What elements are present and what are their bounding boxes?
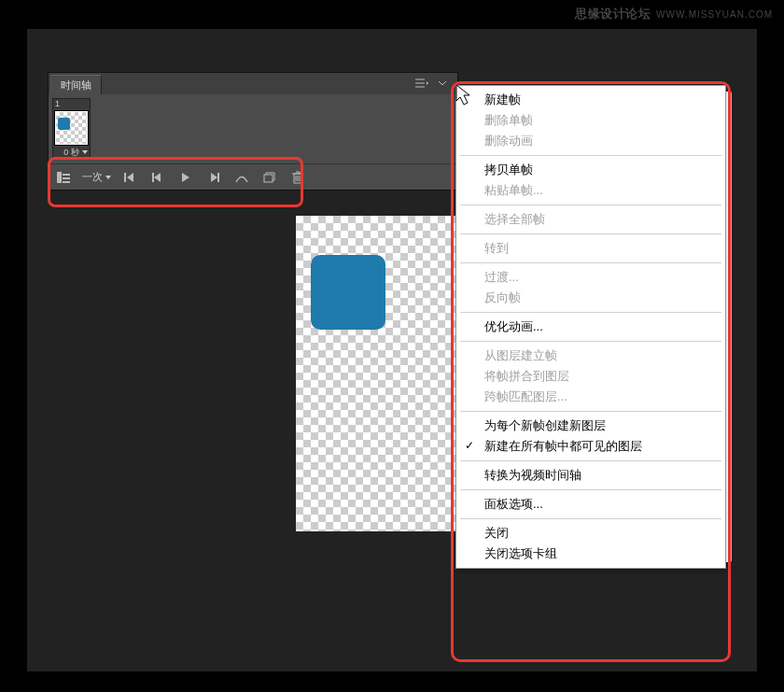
svg-rect-3: [63, 181, 70, 183]
frame-delay[interactable]: 0 秒: [53, 147, 90, 159]
menu-separator: [460, 460, 721, 461]
menu-item[interactable]: 拷贝单帧: [456, 160, 725, 180]
menu-separator: [460, 155, 721, 156]
caret-icon: [105, 176, 111, 179]
menu-item: 转到: [456, 238, 725, 259]
prev-frame-icon[interactable]: [148, 168, 167, 187]
first-frame-icon[interactable]: [120, 168, 139, 187]
panel-flyout-menu: 新建帧删除单帧删除动画拷贝单帧粘贴单帧...选择全部帧转到过渡...反向帧优化动…: [455, 85, 726, 569]
next-frame-icon[interactable]: [204, 168, 223, 187]
menu-item: 反向帧: [456, 288, 725, 308]
menu-separator: [460, 489, 721, 490]
panel-collapse-icon[interactable]: [437, 76, 450, 89]
menu-separator: [460, 233, 721, 234]
menu-item[interactable]: 为每个新帧创建新图层: [456, 416, 725, 436]
tween-icon[interactable]: [232, 168, 251, 187]
menu-item: 选择全部帧: [456, 209, 725, 230]
thumb-shape: [58, 118, 70, 130]
timeline-panel: 时间轴 1 0 秒 一次: [48, 72, 458, 191]
svg-rect-2: [63, 177, 70, 179]
loop-selector[interactable]: 一次: [82, 170, 111, 184]
menu-separator: [460, 411, 721, 412]
menu-item[interactable]: 优化动画...: [456, 317, 725, 337]
menu-item[interactable]: 关闭选项卡组: [456, 544, 725, 564]
menu-item[interactable]: 新建在所有帧中都可见的图层✓: [456, 436, 725, 457]
menu-item: 删除动画: [456, 131, 725, 151]
menu-side-edge: [726, 92, 732, 562]
play-icon[interactable]: [176, 168, 195, 187]
svg-rect-5: [152, 173, 154, 182]
menu-item[interactable]: 转换为视频时间轴: [456, 465, 725, 486]
menu-item: 将帧拼合到图层: [456, 366, 725, 387]
menu-item: 粘贴单帧...: [456, 180, 725, 201]
frame-number: 1: [53, 99, 90, 109]
svg-rect-7: [264, 175, 273, 182]
menu-separator: [460, 312, 721, 313]
svg-rect-1: [63, 174, 70, 176]
menu-separator: [460, 205, 721, 205]
menu-separator: [460, 518, 721, 519]
panel-tab-bar: 时间轴: [49, 73, 457, 94]
convert-timeline-icon[interactable]: [54, 168, 73, 187]
watermark: 思缘设计论坛 WWW.MISSYUAN.COM: [575, 6, 773, 22]
svg-rect-0: [57, 172, 62, 183]
menu-item: 跨帧匹配图层...: [456, 387, 725, 407]
app-stage: 时间轴 1 0 秒 一次: [26, 28, 758, 672]
loop-label: 一次: [82, 170, 103, 184]
delete-frame-icon[interactable]: [288, 168, 307, 187]
watermark-url: WWW.MISSYUAN.COM: [656, 9, 773, 20]
menu-separator: [460, 341, 721, 342]
menu-item: 过渡...: [456, 267, 725, 288]
timeline-toolbar: 一次: [49, 163, 457, 190]
menu-item[interactable]: 新建帧: [456, 90, 725, 110]
watermark-zh: 思缘设计论坛: [575, 6, 651, 22]
duplicate-frame-icon[interactable]: [260, 168, 279, 187]
check-icon: ✓: [465, 439, 474, 452]
menu-item: 删除单帧: [456, 110, 725, 131]
rounded-rect-shape[interactable]: [311, 255, 385, 330]
frames-strip: 1 0 秒: [49, 94, 457, 163]
svg-rect-4: [124, 173, 126, 182]
canvas[interactable]: [296, 216, 459, 531]
panel-menu-icon[interactable]: [414, 76, 429, 89]
menu-item[interactable]: 面板选项...: [456, 494, 725, 515]
svg-rect-6: [217, 173, 219, 182]
timeline-tab[interactable]: 时间轴: [50, 75, 102, 94]
menu-item: 从图层建立帧: [456, 346, 725, 366]
menu-separator: [460, 262, 721, 263]
menu-item[interactable]: 关闭: [456, 523, 725, 544]
frame-thumbnail: [55, 111, 88, 145]
frame-1[interactable]: 1 0 秒: [52, 98, 91, 160]
